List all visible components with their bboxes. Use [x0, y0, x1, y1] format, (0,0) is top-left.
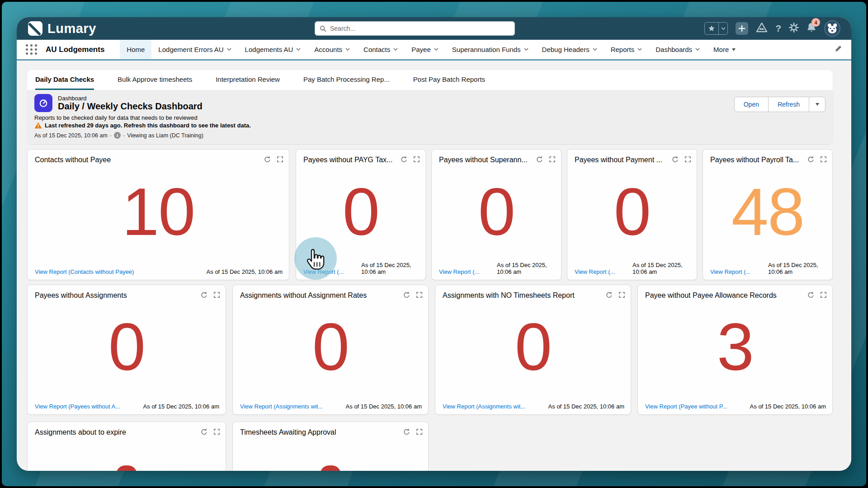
card-title: Assignments about to expire	[35, 428, 203, 436]
view-report-link[interactable]: View Report (Payees without A...	[35, 403, 120, 410]
card-title: Contacts without Payee	[35, 156, 266, 164]
refresh-icon[interactable]	[403, 428, 410, 435]
nav-tab-superannuation-funds[interactable]: Superannuation Funds	[445, 40, 535, 59]
refresh-icon[interactable]	[807, 156, 814, 163]
refresh-icon[interactable]	[264, 156, 271, 163]
refresh-icon[interactable]	[201, 291, 208, 298]
nav-tab-contacts[interactable]: Contacts	[357, 40, 405, 59]
expand-icon[interactable]	[618, 291, 625, 298]
partial-metric-value	[116, 465, 137, 471]
nav-tab-debug-headers[interactable]: Debug Headers	[535, 40, 604, 59]
metric-value: 0	[28, 307, 226, 387]
setup-gear-icon[interactable]	[789, 23, 799, 34]
view-report-link[interactable]: View Report (Assignments wit...	[443, 403, 525, 410]
card-title: Timesheets Awaiting Approval	[240, 428, 406, 436]
metric-card-assignments-with-no-timesheets: Assignments with NO Timesheets Report 0 …	[435, 285, 631, 415]
metric-card-contacts-without-payee: Contacts without Payee 10 View Report (C…	[27, 149, 289, 280]
expand-icon[interactable]	[213, 428, 220, 435]
favorites-button[interactable]	[704, 22, 728, 35]
global-actions: ? 4	[704, 17, 840, 40]
open-button[interactable]: Open	[735, 97, 768, 112]
chevron-down-icon	[296, 48, 301, 51]
add-button[interactable]	[736, 22, 748, 35]
trailhead-icon[interactable]	[756, 22, 768, 35]
subtab-bulk-approve-timesheets[interactable]: Bulk Approve timesheets	[118, 70, 192, 90]
nav-tab-accounts[interactable]: Accounts	[307, 40, 357, 59]
nav-tab-reports[interactable]: Reports	[604, 40, 649, 59]
expand-icon[interactable]	[413, 156, 420, 163]
chevron-down-icon	[524, 48, 528, 51]
view-report-link[interactable]: View Report (Assignments wit...	[240, 403, 323, 410]
refresh-icon[interactable]	[672, 156, 679, 163]
chevron-down-icon	[434, 48, 439, 51]
favorites-caret-icon[interactable]	[718, 23, 727, 34]
expand-icon[interactable]	[549, 156, 556, 163]
subtab-daily-data-checks[interactable]: Daily Data Checks	[35, 70, 94, 90]
refresh-icon[interactable]	[536, 156, 543, 163]
app-name: AU Lodgements	[46, 45, 104, 54]
metric-value: 0	[432, 171, 561, 253]
dashboard-header: Dashboard Daily / Weekly Checks Dashboar…	[27, 90, 833, 144]
search-input[interactable]	[330, 25, 510, 32]
refresh-icon[interactable]	[401, 156, 407, 163]
view-report-link[interactable]: View Report (Contacts without Payee)	[35, 268, 134, 275]
notifications-button[interactable]: 4	[807, 22, 816, 35]
expand-icon[interactable]	[416, 428, 423, 435]
refresh-icon[interactable]	[606, 291, 613, 298]
refresh-icon[interactable]	[403, 291, 410, 298]
card-title: Payees without Payment ...	[575, 156, 674, 164]
metric-card-assignments-without-assignment-rates: Assignments without Assignment Rates 0 V…	[232, 285, 429, 415]
expand-icon[interactable]	[684, 156, 691, 163]
card-asof: As of 15 Dec 2025, 10:06 am	[346, 403, 422, 410]
edit-navigation-pencil-icon[interactable]	[835, 45, 842, 54]
view-report-link[interactable]: View Report (...	[710, 268, 750, 275]
metric-card-timesheets-awaiting-approval: Timesheets Awaiting Approval	[232, 422, 429, 471]
card-asof: As of 15 Dec 2025, 10:06 am	[548, 403, 624, 410]
expand-icon[interactable]	[277, 156, 283, 163]
star-icon[interactable]	[705, 23, 718, 34]
cursor-pointer	[305, 248, 326, 272]
metric-card-payees-without-payment: Payees without Payment ... 0 View Report…	[567, 149, 697, 280]
help-icon[interactable]: ?	[775, 23, 781, 34]
card-title: Payee without Payee Allowance Records	[645, 291, 810, 300]
lumary-logo: Lumary	[28, 21, 96, 36]
expand-icon[interactable]	[213, 291, 220, 298]
nav-tab-lodgements-au[interactable]: Lodgements AU	[238, 40, 308, 59]
view-report-link[interactable]: View Report (...	[439, 268, 479, 275]
nav-tabs: Home Lodgement Errors AU Lodgements AU A…	[120, 40, 742, 59]
refresh-warning: Last refreshed 29 days ago. Refresh this…	[34, 122, 826, 129]
nav-tab-home[interactable]: Home	[120, 40, 151, 59]
chevron-down-icon	[345, 48, 350, 51]
expand-icon[interactable]	[820, 291, 827, 298]
nav-tab-more[interactable]: More	[707, 40, 742, 59]
refresh-icon[interactable]	[807, 291, 814, 298]
subtab-pay-batch-processing[interactable]: Pay Batch Processing Rep...	[303, 70, 390, 90]
view-report-link[interactable]: View Report (...	[575, 268, 615, 275]
app-launcher-icon[interactable]	[26, 44, 38, 55]
metric-value: 0	[567, 171, 697, 253]
subtab-interpretation-review[interactable]: Interpretation Review	[216, 70, 280, 90]
global-header: Lumary	[17, 17, 851, 40]
metric-card-payee-without-payee-allowance-records: Payee without Payee Allowance Records 3 …	[637, 285, 833, 415]
refresh-icon[interactable]	[201, 428, 208, 435]
refresh-button[interactable]: Refresh	[768, 97, 809, 112]
nav-tab-lodgement-errors-au[interactable]: Lodgement Errors AU	[151, 40, 238, 59]
search-icon	[320, 25, 326, 32]
info-icon[interactable]: i	[114, 132, 121, 139]
card-title: Payees without Superann...	[439, 156, 538, 164]
nav-tab-dashboards[interactable]: Dashboards	[649, 40, 707, 59]
card-asof: As of 15 Dec 2025, 10:06 am	[497, 262, 555, 275]
nav-tab-payee[interactable]: Payee	[405, 40, 445, 59]
card-asof: As of 15 Dec 2025, 10:06 am	[750, 403, 826, 410]
expand-icon[interactable]	[416, 291, 423, 298]
global-search[interactable]	[315, 21, 515, 36]
card-title: Payees without Payroll Ta...	[710, 156, 810, 164]
dashboard-description: Reports to be checked daily for data tha…	[34, 114, 826, 121]
refresh-menu-caret-icon[interactable]	[809, 97, 825, 112]
expand-icon[interactable]	[820, 156, 827, 163]
subtab-post-pay-batch-reports[interactable]: Post Pay Batch Reports	[413, 70, 485, 90]
dashboard-icon	[34, 94, 52, 112]
user-avatar[interactable]	[824, 20, 840, 37]
metric-value: 0	[435, 307, 631, 387]
view-report-link[interactable]: View Report (Payee without P...	[645, 403, 727, 410]
